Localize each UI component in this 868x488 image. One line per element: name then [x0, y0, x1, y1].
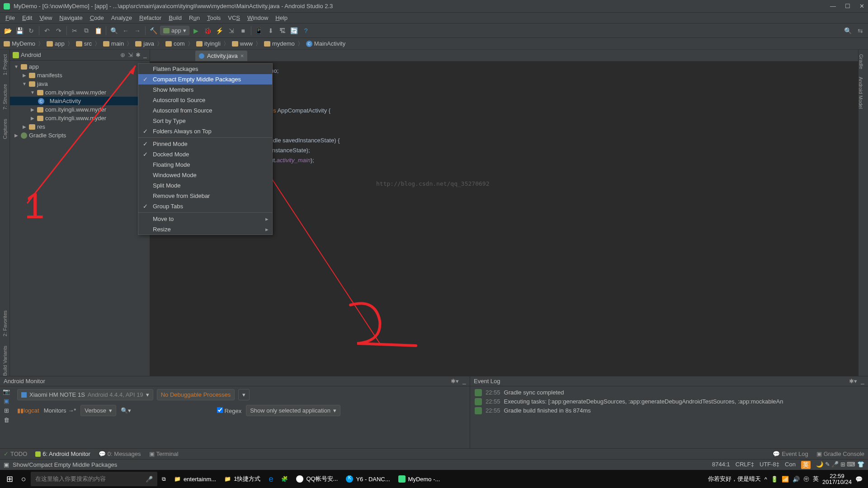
- device-select[interactable]: Xiaomi HM NOTE 1S Android 4.4.4, API 19 …: [17, 389, 153, 400]
- target-icon[interactable]: ⊕: [120, 52, 125, 58]
- settings-icon[interactable]: ⇆: [855, 26, 865, 36]
- tree-gradle[interactable]: ▶Gradle Scripts: [10, 131, 150, 140]
- start-button[interactable]: ⊞: [3, 472, 17, 486]
- ctx-show-members[interactable]: Show Members: [138, 84, 272, 95]
- tree-res[interactable]: ▶res: [10, 122, 150, 131]
- layout-icon[interactable]: ⊞: [4, 407, 9, 414]
- tab-build-variants[interactable]: Build Variants: [2, 346, 8, 376]
- menu-file[interactable]: File: [2, 14, 19, 22]
- tray-vol-icon[interactable]: 🔊: [793, 476, 800, 483]
- ctx-move-to[interactable]: Move to: [138, 214, 272, 224]
- loglevel-select[interactable]: Verbose▾: [80, 405, 116, 416]
- status-enc[interactable]: UTF-8‡: [760, 461, 779, 469]
- avd-icon[interactable]: 📱: [254, 26, 264, 36]
- cortana-icon[interactable]: ○: [18, 472, 30, 486]
- task-edge[interactable]: e: [265, 472, 277, 486]
- filter-select[interactable]: Show only selected application▾: [246, 405, 340, 416]
- tab-favorites[interactable]: 2: Favorites: [2, 310, 8, 336]
- ctx-floating[interactable]: Floating Mode: [138, 160, 272, 170]
- crumb-ityingli[interactable]: ityingli: [196, 40, 221, 47]
- structure-icon[interactable]: 🏗: [278, 26, 288, 36]
- ctx-windowed[interactable]: Windowed Mode: [138, 170, 272, 180]
- run-icon[interactable]: ▶: [191, 26, 201, 36]
- close-tab-icon[interactable]: ×: [241, 52, 244, 59]
- find-icon[interactable]: 🔍: [109, 26, 119, 36]
- crumb-mydemo[interactable]: MyDemo: [4, 40, 35, 47]
- ctx-folders-top[interactable]: Folders Always on Top: [138, 126, 272, 136]
- crumb-app[interactable]: app: [47, 40, 65, 47]
- regex-checkbox[interactable]: [217, 407, 223, 413]
- tree-pkg2[interactable]: ▶com.ityingli.www.myder: [10, 105, 150, 114]
- collapse-icon[interactable]: ⇲: [128, 52, 133, 58]
- ctx-sort[interactable]: Sort by Type: [138, 116, 272, 126]
- tab-messages[interactable]: 💬0: Messages: [99, 450, 141, 457]
- tab-gradle[interactable]: Gradle: [859, 54, 864, 69]
- menu-refactor[interactable]: Refactor: [136, 14, 165, 22]
- menu-build[interactable]: Build: [165, 14, 185, 22]
- copy-icon[interactable]: ⧉: [81, 26, 91, 36]
- sync-icon[interactable]: ↻: [26, 26, 36, 36]
- debug-icon[interactable]: 🐞: [203, 26, 213, 36]
- back-icon[interactable]: ←: [121, 26, 131, 36]
- tray-icons[interactable]: 🌙 ✎ 🎤 ⊞ ⌨ 👕: [816, 461, 864, 469]
- project-view-label[interactable]: Android: [21, 52, 41, 58]
- trash-icon[interactable]: 🗑: [4, 417, 9, 423]
- make-icon[interactable]: 🔨: [148, 26, 158, 36]
- tab-project[interactable]: 1: Project: [2, 54, 8, 75]
- tab-android-monitor[interactable]: 6: Android Monitor: [35, 450, 90, 457]
- monitor-hide-icon[interactable]: ⎯: [462, 378, 466, 385]
- ctx-resize[interactable]: Resize: [138, 224, 272, 235]
- menu-tools[interactable]: Tools: [203, 14, 224, 22]
- tray-wifi-icon[interactable]: 📶: [782, 476, 789, 483]
- tab-gradle-console[interactable]: ▣Gradle Console: [816, 450, 864, 457]
- save-icon[interactable]: 💾: [14, 26, 24, 36]
- taskview-icon[interactable]: ⧉: [158, 472, 170, 486]
- crumb-www[interactable]: www: [232, 40, 253, 47]
- ctx-autoscroll-from[interactable]: Autoscroll from Source: [138, 105, 272, 116]
- tray-date[interactable]: 2017/10/24: [822, 479, 852, 485]
- ctx-docked[interactable]: Docked Mode: [138, 149, 272, 160]
- tree-app[interactable]: ▼app: [10, 62, 150, 71]
- redo-icon[interactable]: ↷: [54, 26, 64, 36]
- open-icon[interactable]: 📂: [3, 26, 13, 36]
- tree-java[interactable]: ▼java: [10, 80, 150, 88]
- close-button[interactable]: ✕: [859, 3, 864, 9]
- menu-window[interactable]: Window: [244, 14, 272, 22]
- monitors-tab[interactable]: Monitors →*: [44, 407, 76, 414]
- task-shortcut[interactable]: 📁1快捷方式: [221, 472, 264, 486]
- tree-mainactivity[interactable]: C MainActivity: [10, 97, 150, 105]
- tree-pkg1[interactable]: ▼com.ityingli.www.myder: [10, 88, 150, 97]
- tab-todo[interactable]: ✓TODO: [4, 450, 27, 457]
- tab-android-model[interactable]: Android Model: [858, 77, 863, 109]
- tab-terminal[interactable]: ▣Terminal: [149, 450, 179, 457]
- menu-vcs[interactable]: VCS: [224, 14, 244, 22]
- tab-structure[interactable]: 7: Structure: [2, 84, 8, 110]
- tray-lang-icon[interactable]: 英: [813, 475, 819, 483]
- menu-edit[interactable]: Edit: [19, 14, 36, 22]
- logcat-tab[interactable]: ▮▮logcat: [17, 407, 39, 414]
- gear-icon[interactable]: ✱: [136, 52, 141, 58]
- crumb-src[interactable]: src: [76, 40, 92, 47]
- sdk-icon[interactable]: ⬇: [266, 26, 276, 36]
- menu-run[interactable]: Run: [185, 14, 203, 22]
- task-entertainment[interactable]: 📁entertainm...: [170, 472, 220, 486]
- ctx-autoscroll-to[interactable]: Autoscroll to Source: [138, 95, 272, 105]
- tray-up-icon[interactable]: ^: [764, 476, 767, 483]
- cut-icon[interactable]: ✂: [70, 26, 80, 36]
- crumb-mainactivity[interactable]: CMainActivity: [306, 40, 345, 47]
- profile-icon[interactable]: ⚡: [215, 26, 225, 36]
- crumb-mydemo2[interactable]: mydemo: [264, 40, 295, 47]
- crumb-main[interactable]: main: [103, 40, 124, 47]
- tray-ime-icon[interactable]: ㊥: [803, 475, 809, 483]
- menu-help[interactable]: Help: [272, 14, 291, 22]
- attach-icon[interactable]: ⇲: [226, 26, 236, 36]
- tray-notif-icon[interactable]: 💬: [855, 476, 863, 483]
- paste-icon[interactable]: 📋: [93, 26, 103, 36]
- status-icon[interactable]: ▣: [4, 461, 9, 468]
- tray-battery-icon[interactable]: 🔋: [771, 476, 778, 483]
- screenshot-icon[interactable]: 📷: [3, 388, 10, 395]
- ctx-remove-sidebar[interactable]: Remove from Sidebar: [138, 191, 272, 201]
- ctx-group-tabs[interactable]: Group Tabs: [138, 201, 272, 211]
- status-ctx[interactable]: Con: [785, 461, 796, 469]
- ime-indicator[interactable]: 英: [801, 461, 811, 469]
